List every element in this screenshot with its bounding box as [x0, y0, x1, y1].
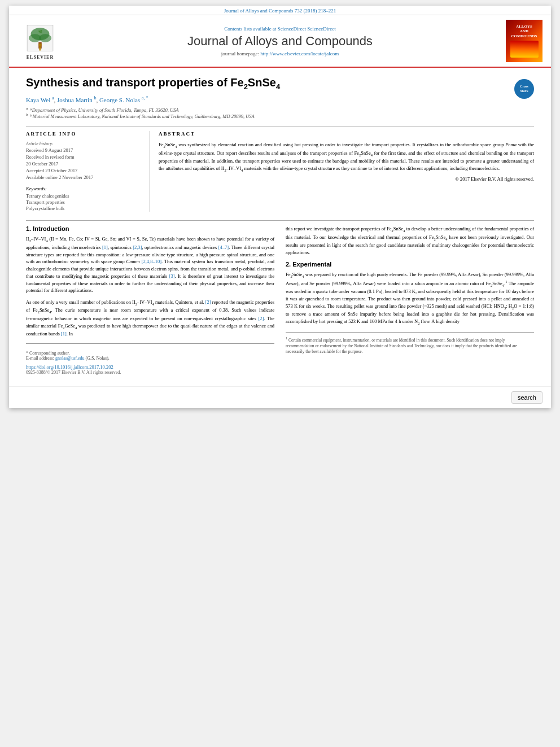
crossmark-badge: CrossMark — [514, 79, 534, 99]
article-title: Synthesis and transport properties of Fe… — [26, 76, 534, 91]
article-info-abstract: ARTICLE INFO Article history: Received 9… — [26, 131, 534, 212]
crossmark-icon: CrossMark — [514, 79, 534, 99]
affiliations: a ᵃ Department of Physics, University of… — [26, 106, 534, 120]
footnote-right: 1 Certain commercial equipment, instrume… — [286, 332, 534, 355]
page: Journal of Alloys and Compounds 732 (201… — [9, 6, 551, 408]
abstract-text: Fe2SnSe4 was synthesized by elemental re… — [159, 141, 534, 173]
experimental-heading: 2. Experimental — [286, 261, 534, 268]
intro-heading: 1. Introduction — [26, 225, 274, 232]
journal-logo-right: ALLOYSANDCOMPOUNDS — [497, 20, 542, 62]
received-revised-label: Received in revised form — [26, 154, 141, 160]
article-history: Article history: Received 9 August 2017 … — [26, 141, 141, 180]
intro-para2: As one of only a very small number of pu… — [26, 299, 274, 338]
svg-rect-7 — [39, 46, 41, 50]
copyright-line: © 2017 Elsevier B.V. All rights reserved… — [159, 176, 534, 182]
accepted-date: Accepted 23 October 2017 — [26, 168, 141, 173]
search-area: search — [9, 386, 551, 408]
header-divider — [26, 126, 534, 126]
keywords: Keywords: Ternary chalcogenides Transpor… — [26, 186, 141, 211]
body-right-col: this report we investigate the transport… — [286, 225, 534, 375]
online-date: Available online 2 November 2017 — [26, 174, 141, 180]
sciencedirect-anchor[interactable]: ScienceDirect — [307, 26, 335, 32]
affiliation-a: a ᵃ Department of Physics, University of… — [26, 106, 534, 113]
experimental-para1: Fe2SnSe4 was prepared by reaction of the… — [286, 271, 534, 326]
elsevier-brand-text: ELSEVIER — [27, 55, 54, 60]
email-link[interactable]: gnolas@usf.edu — [55, 356, 85, 361]
author-1: Kaya Wei — [26, 97, 50, 103]
doi-link[interactable]: https://doi.org/10.1016/j.jallcom.2017.1… — [26, 364, 113, 370]
issn-line: 0925-8388/© 2017 Elsevier B.V. All right… — [26, 370, 274, 375]
footnote-text: 1 Certain commercial equipment, instrume… — [286, 336, 534, 355]
body-left-col: 1. Introduction II2–IV–VI4 (II = Mn, Fe,… — [26, 225, 274, 375]
body-divider — [26, 220, 534, 221]
journal-cover-thumbnail: ALLOYSANDCOMPOUNDS — [506, 20, 542, 62]
keyword-3: Polycrystalline bulk — [26, 206, 141, 211]
intro-para1: II2–IV–VI4 (II = Mn, Fe, Co; IV = Si, Ge… — [26, 235, 274, 294]
revised-date: 20 October 2017 — [26, 161, 141, 167]
sciencedirect-link: Contents lists available at ScienceDirec… — [63, 26, 497, 32]
email-line: E-mail address: gnolas@usf.edu (G.S. Nol… — [26, 356, 274, 361]
keyword-2: Transport properties — [26, 199, 141, 205]
svg-point-4 — [39, 34, 51, 42]
keywords-label: Keywords: — [26, 186, 141, 191]
elsevier-logo: 🌿 ELSEVIER — [18, 23, 63, 60]
footnote-area: * Corresponding author. E-mail address: … — [26, 343, 274, 375]
author-2: Joshua Martin — [57, 97, 93, 103]
article-info-col: ARTICLE INFO Article history: Received 9… — [26, 131, 150, 212]
journal-citation-bar: Journal of Alloys and Compounds 732 (201… — [9, 6, 551, 15]
abstract-col: ABSTRACT Fe2SnSe4 was synthesized by ele… — [159, 131, 534, 212]
keyword-1: Ternary chalcogenides — [26, 193, 141, 199]
svg-point-6 — [38, 43, 42, 46]
author-3: George S. Nolas — [99, 97, 140, 103]
intro-para3: this report we investigate the transport… — [286, 225, 534, 256]
search-button[interactable]: search — [511, 391, 542, 404]
main-body: 1. Introduction II2–IV–VI4 (II = Mn, Fe,… — [26, 225, 534, 375]
elsevier-tree-icon: 🌿 — [23, 23, 57, 54]
article-info-label: ARTICLE INFO — [26, 131, 141, 137]
journal-citation: Journal of Alloys and Compounds 732 (201… — [224, 8, 336, 14]
doi-line: https://doi.org/10.1016/j.jallcom.2017.1… — [26, 364, 274, 370]
corresponding-author: * Corresponding author. E-mail address: … — [26, 351, 274, 361]
corresponding-label: * Corresponding author. — [26, 351, 274, 356]
received-date: Received 9 August 2017 — [26, 147, 141, 153]
authors-line: Kaya Wei a, Joshua Martin b, George S. N… — [26, 95, 534, 103]
affiliation-b: b ᵇ Material Measurement Laboratory, Nat… — [26, 112, 534, 119]
abstract-label: ABSTRACT — [159, 131, 534, 137]
journal-title-text: Journal of Alloys and Compounds — [63, 34, 497, 49]
journal-header-center: Contents lists available at ScienceDirec… — [63, 26, 497, 56]
journal-header: 🌿 ELSEVIER Contents lists available at S… — [9, 15, 551, 68]
journal-homepage-link[interactable]: http://www.elsevier.com/locate/jalcom — [260, 51, 339, 56]
article-body: CrossMark Synthesis and transport proper… — [9, 68, 551, 386]
journal-homepage-line: journal homepage: http://www.elsevier.co… — [63, 51, 497, 56]
history-label: Article history: — [26, 141, 141, 146]
